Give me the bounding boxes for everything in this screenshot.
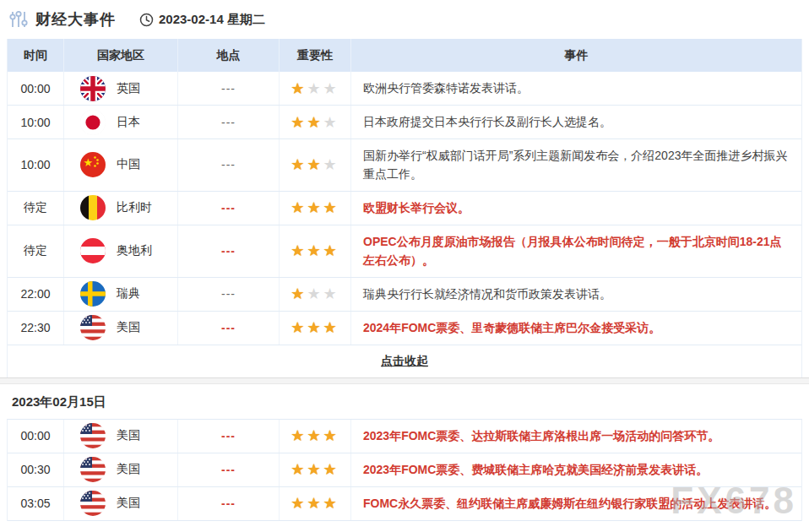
event-country: ★ 中国	[64, 139, 178, 191]
event-text: OPEC公布月度原油市场报告（月报具体公布时间待定，一般于北京时间18-21点左…	[351, 225, 801, 277]
event-location: ---	[178, 453, 280, 486]
flag-at-icon	[80, 238, 106, 263]
event-time: 22:30	[8, 312, 64, 345]
collapse-link[interactable]: 点击收起	[381, 354, 428, 369]
event-row: 00:00 英国 --- ★★★ 欧洲央行管委森特诺发表讲话。	[8, 72, 801, 106]
clock-icon	[139, 13, 154, 27]
event-row: 03:05 美国 --- ★★★ FOMC永久票委、纽约联储主席威廉姆斯在纽约银…	[8, 487, 801, 521]
event-row: 待定 奥地利 --- ★★★ OPEC公布月度原油市场报告（月报具体公布时间待定…	[8, 225, 801, 278]
current-date: 2023-02-14 星期二	[139, 12, 265, 28]
event-row: 10:00 日本 --- ★★★ 日本政府提交日本央行行长及副行长人选提名。	[8, 106, 801, 139]
importance-stars: ★★★	[280, 192, 351, 225]
event-time: 10:00	[8, 139, 64, 191]
importance-stars: ★★★	[280, 420, 351, 453]
stars-filled: ★★★	[290, 198, 339, 217]
importance-stars: ★★★	[280, 453, 351, 486]
event-row: 00:00 美国 --- ★★★ 2023年FOMC票委、达拉斯联储主席洛根出席…	[8, 420, 801, 453]
event-text: 欧洲央行管委森特诺发表讲话。	[351, 72, 801, 105]
importance-stars: ★★★	[280, 106, 351, 138]
header-location: 地点	[178, 39, 280, 72]
event-text: 2023年FOMC票委、达拉斯联储主席洛根出席一场活动的问答环节。	[351, 420, 801, 453]
stars-filled: ★	[290, 79, 307, 98]
header-importance: 重要性	[280, 39, 351, 72]
header-time: 时间	[8, 39, 64, 72]
section-divider	[0, 377, 809, 384]
importance-stars: ★★★	[280, 225, 351, 277]
flag-us-icon	[80, 491, 106, 516]
event-location: ---	[178, 192, 280, 225]
page-title: 财经大事件	[35, 9, 116, 30]
stars-filled: ★★	[290, 113, 323, 132]
event-time: 03:05	[8, 487, 64, 520]
event-time: 00:00	[8, 72, 64, 105]
stars-filled: ★	[290, 285, 307, 303]
event-text: FOMC永久票委、纽约联储主席威廉姆斯在纽约银行家联盟的活动上发表讲话。	[351, 487, 801, 520]
flag-jp-icon	[80, 110, 106, 135]
event-country: 美国	[64, 487, 178, 520]
event-country: 比利时	[64, 192, 178, 225]
events-table-feb15: 00:00 美国 --- ★★★ 2023年FOMC票委、达拉斯联储主席洛根出席…	[7, 419, 802, 521]
event-time: 10:00	[8, 106, 64, 138]
event-row: 待定 比利时 --- ★★★ 欧盟财长举行会议。	[8, 192, 801, 225]
header-event: 事件	[351, 39, 801, 72]
event-row: 10:00 ★ 中国 --- ★★★ 国新办举行“权威部门话开局”系列主题新闻发…	[8, 139, 801, 192]
event-text: 2024年FOMC票委、里奇蒙德联储主席巴尔金接受采访。	[351, 312, 801, 345]
event-text: 日本政府提交日本央行行长及副行长人选提名。	[351, 106, 801, 138]
event-text: 欧盟财长举行会议。	[351, 192, 801, 225]
event-location: ---	[178, 487, 280, 520]
svg-text:★: ★	[84, 156, 94, 169]
stars-filled: ★★★	[290, 494, 339, 513]
country-label: 美国	[117, 496, 140, 511]
stars-filled: ★★★	[290, 242, 339, 260]
table-body-feb15: 00:00 美国 --- ★★★ 2023年FOMC票委、达拉斯联储主席洛根出席…	[8, 420, 801, 521]
flag-cn-icon: ★	[80, 152, 106, 177]
country-label: 中国	[117, 157, 140, 172]
header-country: 国家地区	[64, 39, 178, 72]
flag-us-icon	[80, 457, 106, 482]
event-text: 国新办举行“权威部门话开局”系列主题新闻发布会，介绍2023年全面推进乡村振兴重…	[351, 139, 801, 191]
importance-stars: ★★★	[280, 278, 351, 311]
stars-empty: ★★	[307, 285, 339, 303]
event-location: ---	[178, 106, 280, 138]
flag-us-icon	[80, 315, 106, 340]
importance-stars: ★★★	[280, 72, 351, 105]
event-row: 22:30 美国 --- ★★★ 2024年FOMC票委、里奇蒙德联储主席巴尔金…	[8, 312, 801, 345]
events-table-feb14: 时间 国家地区 地点 重要性 事件 00:00 英国 --- ★★★ 欧洲央行管…	[7, 39, 802, 377]
stars-filled: ★★★	[290, 426, 339, 445]
stars-empty: ★	[323, 155, 339, 174]
event-location: ---	[178, 312, 280, 345]
importance-stars: ★★★	[280, 139, 351, 191]
stars-filled: ★★★	[290, 318, 339, 337]
event-location: ---	[178, 139, 280, 191]
importance-stars: ★★★	[280, 487, 351, 520]
stars-empty: ★★	[307, 79, 339, 98]
event-country: 英国	[64, 72, 178, 105]
event-location: ---	[178, 420, 280, 453]
importance-stars: ★★★	[280, 312, 351, 345]
event-country: 日本	[64, 106, 178, 138]
event-time: 22:00	[8, 278, 64, 311]
event-country: 美国	[64, 420, 178, 453]
table-header-row: 时间 国家地区 地点 重要性 事件	[8, 39, 801, 72]
event-location: ---	[178, 225, 280, 277]
stars-empty: ★	[323, 113, 339, 132]
event-text: 瑞典央行行长就经济情况和货币政策发表讲话。	[351, 278, 801, 311]
flag-us-icon	[80, 423, 106, 448]
event-country: 美国	[64, 453, 178, 486]
event-country: 瑞典	[64, 278, 178, 311]
event-time: 00:00	[8, 420, 64, 453]
country-label: 日本	[117, 115, 140, 130]
event-time: 待定	[8, 192, 64, 225]
table-body-feb14: 00:00 英国 --- ★★★ 欧洲央行管委森特诺发表讲话。 10:00 日本…	[8, 72, 801, 345]
sliders-icon	[8, 9, 29, 30]
stars-filled: ★★★	[290, 460, 339, 479]
event-row: 00:30 美国 --- ★★★ 2023年FOMC票委、费城联储主席哈克就美国…	[8, 453, 801, 487]
next-date-heading: 2023年02月15日	[0, 384, 809, 419]
date-label: 2023-02-14 星期二	[159, 12, 265, 28]
country-label: 美国	[117, 428, 140, 443]
event-text: 2023年FOMC票委、费城联储主席哈克就美国经济前景发表讲话。	[351, 453, 801, 486]
stars-filled: ★★	[290, 155, 323, 174]
event-time: 待定	[8, 225, 64, 277]
country-label: 奥地利	[117, 243, 152, 258]
event-time: 00:30	[8, 453, 64, 486]
